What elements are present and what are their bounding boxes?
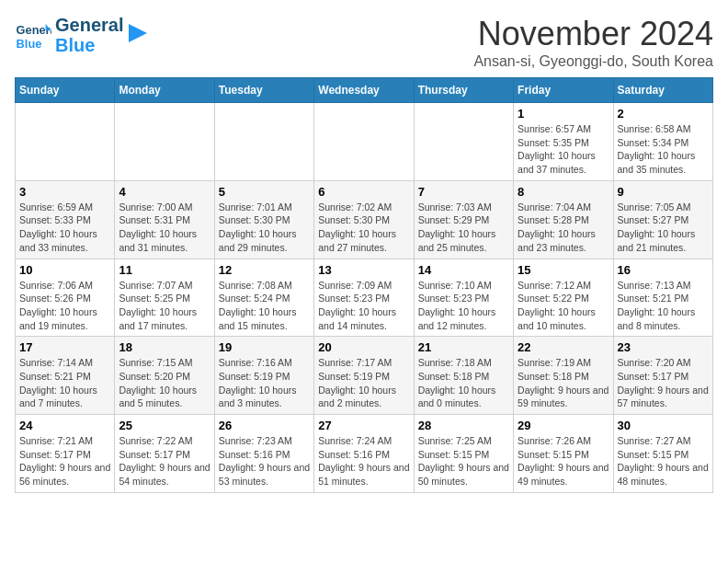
day-number: 26 bbox=[219, 419, 310, 432]
calendar-week-row: 1Sunrise: 6:57 AMSunset: 5:35 PMDaylight… bbox=[16, 103, 713, 181]
column-header-wednesday: Wednesday bbox=[314, 78, 414, 103]
day-number: 2 bbox=[618, 107, 709, 121]
day-number: 7 bbox=[418, 185, 509, 199]
calendar-cell: 22Sunrise: 7:19 AMSunset: 5:18 PMDayligh… bbox=[514, 337, 613, 415]
calendar-cell bbox=[16, 103, 115, 181]
day-number: 21 bbox=[418, 340, 509, 354]
calendar-cell: 30Sunrise: 7:27 AMSunset: 5:15 PMDayligh… bbox=[613, 415, 712, 493]
calendar-header-row: SundayMondayTuesdayWednesdayThursdayFrid… bbox=[16, 78, 713, 103]
day-number: 8 bbox=[518, 185, 609, 199]
day-number: 29 bbox=[518, 419, 609, 432]
day-number: 1 bbox=[518, 107, 609, 121]
day-info: Sunrise: 7:18 AMSunset: 5:18 PMDaylight:… bbox=[418, 356, 509, 410]
logo-arrow-icon bbox=[125, 20, 151, 46]
calendar-cell bbox=[214, 103, 313, 181]
svg-text:Blue: Blue bbox=[17, 37, 42, 51]
day-number: 14 bbox=[418, 263, 509, 277]
calendar-cell: 13Sunrise: 7:09 AMSunset: 5:23 PMDayligh… bbox=[314, 259, 414, 337]
calendar-cell: 27Sunrise: 7:24 AMSunset: 5:16 PMDayligh… bbox=[314, 415, 414, 493]
day-info: Sunrise: 6:59 AMSunset: 5:33 PMDaylight:… bbox=[19, 201, 110, 255]
day-info: Sunrise: 7:21 AMSunset: 5:17 PMDaylight:… bbox=[19, 434, 110, 488]
day-number: 12 bbox=[219, 263, 310, 277]
day-info: Sunrise: 7:06 AMSunset: 5:26 PMDaylight:… bbox=[19, 279, 110, 333]
calendar-cell: 28Sunrise: 7:25 AMSunset: 5:15 PMDayligh… bbox=[414, 415, 513, 493]
day-info: Sunrise: 7:10 AMSunset: 5:23 PMDaylight:… bbox=[418, 279, 509, 333]
day-number: 20 bbox=[318, 340, 409, 354]
day-info: Sunrise: 7:12 AMSunset: 5:22 PMDaylight:… bbox=[518, 279, 609, 333]
month-title: November 2024 bbox=[473, 15, 713, 53]
calendar-week-row: 10Sunrise: 7:06 AMSunset: 5:26 PMDayligh… bbox=[16, 259, 713, 337]
calendar-cell: 3Sunrise: 6:59 AMSunset: 5:33 PMDaylight… bbox=[16, 180, 115, 259]
day-info: Sunrise: 7:23 AMSunset: 5:16 PMDaylight:… bbox=[219, 434, 310, 488]
day-info: Sunrise: 7:24 AMSunset: 5:16 PMDaylight:… bbox=[318, 434, 409, 488]
day-info: Sunrise: 7:00 AMSunset: 5:31 PMDaylight:… bbox=[119, 201, 210, 255]
day-number: 25 bbox=[119, 419, 210, 432]
calendar-cell: 4Sunrise: 7:00 AMSunset: 5:31 PMDaylight… bbox=[115, 180, 214, 259]
calendar-cell: 5Sunrise: 7:01 AMSunset: 5:30 PMDaylight… bbox=[214, 180, 313, 259]
day-number: 16 bbox=[618, 263, 709, 277]
day-number: 13 bbox=[318, 263, 409, 277]
title-section: November 2024 Ansan-si, Gyeonggi-do, Sou… bbox=[473, 15, 713, 70]
calendar-cell: 17Sunrise: 7:14 AMSunset: 5:21 PMDayligh… bbox=[16, 337, 115, 415]
day-number: 19 bbox=[219, 340, 310, 354]
day-number: 22 bbox=[518, 340, 609, 354]
calendar-cell bbox=[414, 103, 513, 181]
calendar-cell: 24Sunrise: 7:21 AMSunset: 5:17 PMDayligh… bbox=[16, 415, 115, 493]
svg-marker-3 bbox=[129, 24, 147, 42]
day-info: Sunrise: 7:03 AMSunset: 5:29 PMDaylight:… bbox=[418, 201, 509, 255]
column-header-monday: Monday bbox=[115, 78, 214, 103]
day-info: Sunrise: 6:57 AMSunset: 5:35 PMDaylight:… bbox=[518, 122, 609, 177]
day-info: Sunrise: 7:17 AMSunset: 5:19 PMDaylight:… bbox=[318, 356, 409, 410]
day-info: Sunrise: 7:09 AMSunset: 5:23 PMDaylight:… bbox=[318, 279, 409, 333]
day-number: 30 bbox=[618, 419, 709, 432]
day-info: Sunrise: 7:25 AMSunset: 5:15 PMDaylight:… bbox=[418, 434, 509, 488]
column-header-sunday: Sunday bbox=[16, 78, 115, 103]
calendar-cell: 29Sunrise: 7:26 AMSunset: 5:15 PMDayligh… bbox=[514, 415, 613, 493]
logo: General Blue General Blue bbox=[15, 15, 151, 55]
column-header-friday: Friday bbox=[514, 78, 613, 103]
day-number: 3 bbox=[19, 185, 110, 199]
day-info: Sunrise: 7:22 AMSunset: 5:17 PMDaylight:… bbox=[119, 434, 210, 488]
day-info: Sunrise: 7:20 AMSunset: 5:17 PMDaylight:… bbox=[618, 356, 709, 410]
day-number: 6 bbox=[318, 185, 409, 199]
column-header-thursday: Thursday bbox=[414, 78, 513, 103]
day-number: 5 bbox=[219, 185, 310, 199]
calendar-cell: 8Sunrise: 7:04 AMSunset: 5:28 PMDaylight… bbox=[514, 180, 613, 259]
calendar-cell: 7Sunrise: 7:03 AMSunset: 5:29 PMDaylight… bbox=[414, 180, 513, 259]
day-info: Sunrise: 7:07 AMSunset: 5:25 PMDaylight:… bbox=[119, 279, 210, 333]
calendar-cell: 11Sunrise: 7:07 AMSunset: 5:25 PMDayligh… bbox=[115, 259, 214, 337]
day-number: 10 bbox=[19, 263, 110, 277]
calendar-cell: 10Sunrise: 7:06 AMSunset: 5:26 PMDayligh… bbox=[16, 259, 115, 337]
calendar-cell: 19Sunrise: 7:16 AMSunset: 5:19 PMDayligh… bbox=[214, 337, 313, 415]
day-info: Sunrise: 7:15 AMSunset: 5:20 PMDaylight:… bbox=[119, 356, 210, 410]
calendar-cell bbox=[314, 103, 414, 181]
column-header-tuesday: Tuesday bbox=[214, 78, 313, 103]
day-number: 4 bbox=[119, 185, 210, 199]
location-subtitle: Ansan-si, Gyeonggi-do, South Korea bbox=[473, 53, 713, 70]
calendar-cell: 9Sunrise: 7:05 AMSunset: 5:27 PMDaylight… bbox=[613, 180, 712, 259]
calendar-week-row: 3Sunrise: 6:59 AMSunset: 5:33 PMDaylight… bbox=[16, 180, 713, 259]
day-info: Sunrise: 7:13 AMSunset: 5:21 PMDaylight:… bbox=[618, 279, 709, 333]
calendar-cell: 6Sunrise: 7:02 AMSunset: 5:30 PMDaylight… bbox=[314, 180, 414, 259]
calendar-cell: 2Sunrise: 6:58 AMSunset: 5:34 PMDaylight… bbox=[613, 103, 712, 181]
day-info: Sunrise: 7:02 AMSunset: 5:30 PMDaylight:… bbox=[318, 201, 409, 255]
calendar-cell: 18Sunrise: 7:15 AMSunset: 5:20 PMDayligh… bbox=[115, 337, 214, 415]
logo-icon: General Blue bbox=[15, 17, 51, 53]
day-info: Sunrise: 7:01 AMSunset: 5:30 PMDaylight:… bbox=[219, 201, 310, 255]
day-info: Sunrise: 7:04 AMSunset: 5:28 PMDaylight:… bbox=[518, 201, 609, 255]
calendar-table: SundayMondayTuesdayWednesdayThursdayFrid… bbox=[15, 77, 713, 493]
day-number: 23 bbox=[618, 340, 709, 354]
day-info: Sunrise: 7:27 AMSunset: 5:15 PMDaylight:… bbox=[618, 434, 709, 488]
day-number: 15 bbox=[518, 263, 609, 277]
day-info: Sunrise: 7:14 AMSunset: 5:21 PMDaylight:… bbox=[19, 356, 110, 410]
calendar-cell: 1Sunrise: 6:57 AMSunset: 5:35 PMDaylight… bbox=[514, 103, 613, 181]
day-number: 28 bbox=[418, 419, 509, 432]
calendar-cell: 15Sunrise: 7:12 AMSunset: 5:22 PMDayligh… bbox=[514, 259, 613, 337]
calendar-cell: 12Sunrise: 7:08 AMSunset: 5:24 PMDayligh… bbox=[214, 259, 313, 337]
calendar-cell: 23Sunrise: 7:20 AMSunset: 5:17 PMDayligh… bbox=[613, 337, 712, 415]
day-number: 11 bbox=[119, 263, 210, 277]
day-info: Sunrise: 7:19 AMSunset: 5:18 PMDaylight:… bbox=[518, 356, 609, 410]
day-number: 24 bbox=[19, 419, 110, 432]
logo-general-text: General bbox=[55, 15, 123, 35]
day-info: Sunrise: 7:08 AMSunset: 5:24 PMDaylight:… bbox=[219, 279, 310, 333]
